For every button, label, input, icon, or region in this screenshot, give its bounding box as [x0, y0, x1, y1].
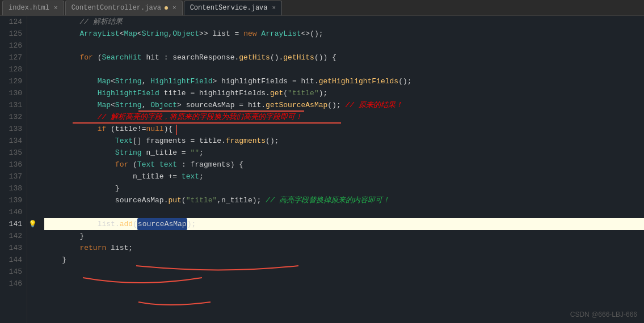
indent-135 — [44, 147, 115, 159]
icon-130 — [27, 87, 37, 99]
tab-index-close[interactable]: × — [54, 5, 58, 11]
kw-new: new — [243, 28, 256, 40]
tab-controller-close[interactable]: × — [172, 5, 176, 11]
icon-136 — [27, 159, 37, 171]
type-str2: String — [115, 75, 142, 87]
space-139 — [261, 194, 266, 206]
code-line-124: // 解析结果 — [44, 16, 644, 28]
indent-138 — [44, 182, 115, 194]
method-gethits2: getHits — [283, 52, 314, 63]
linenum-130: 130 — [0, 87, 27, 99]
icon-134 — [27, 135, 37, 147]
tab-service[interactable]: ContentService.java × — [184, 1, 282, 15]
icon-127 — [27, 52, 37, 63]
method-get: get — [270, 87, 283, 99]
tab-controller[interactable]: ContentController.java × — [65, 1, 183, 15]
tab-controller-label: ContentController.java — [71, 4, 161, 12]
icon-145 — [27, 266, 37, 278]
type-obj2: Object — [150, 99, 177, 111]
icon-138 — [27, 182, 37, 194]
code-line-141: list.add(sourceAsMap); — [44, 218, 644, 230]
tab-service-label: ContentService.java — [190, 4, 268, 12]
code-content[interactable]: // 解析结果 ArrayList<Map<String,Object>> li… — [37, 16, 644, 323]
indent-130 — [44, 87, 98, 99]
linenum-138: 138 — [0, 182, 27, 194]
code-line-127: for (SearchHit hit : searchResponse.getH… — [44, 52, 644, 63]
linenum-141: 141 — [0, 218, 27, 230]
code-line-129: Map<String, HighlightField> highlightFie… — [44, 75, 644, 87]
space-131 — [341, 99, 346, 111]
linenum-140: 140 — [0, 206, 27, 218]
indent-142 — [44, 230, 79, 242]
indent-136 — [44, 159, 115, 171]
line-numbers: 124 125 126 127 128 129 130 131 132 133 … — [0, 16, 27, 323]
type-map2: Map — [98, 75, 111, 87]
indent-129 — [44, 75, 98, 87]
icon-126 — [27, 40, 37, 52]
code-line-142: } — [44, 230, 644, 242]
icon-146 — [27, 278, 37, 290]
type-searchhit: SearchHit — [102, 52, 141, 63]
code-line-139: sourceAsMap.put("title",n_title); // 高亮字… — [44, 194, 644, 206]
code-line-144: } — [44, 254, 644, 266]
icon-137 — [27, 171, 37, 182]
type-hf2: HighlightField — [98, 87, 159, 99]
code-line-146 — [44, 278, 644, 290]
icon-139 — [27, 194, 37, 206]
indent-139 — [44, 194, 115, 206]
linenum-129: 129 — [0, 75, 27, 87]
kw-return: return — [79, 242, 106, 254]
icon-132 — [27, 111, 37, 123]
tab-index[interactable]: index.html × — [2, 1, 64, 15]
tab-service-close[interactable]: × — [272, 5, 276, 11]
code-line-136: for (Text text : fragments) { — [44, 159, 644, 171]
str-title2: "title" — [186, 194, 217, 206]
code-line-140 — [44, 206, 644, 218]
type-string1: String — [142, 28, 169, 40]
code-line-137: n_title += text; — [44, 171, 644, 182]
type-map: Map — [124, 28, 137, 40]
code-line-145 — [44, 266, 644, 278]
icon-131 — [27, 99, 37, 111]
method-fragments: fragments — [226, 135, 266, 147]
indent-125 — [44, 28, 79, 40]
icon-141-lightbulb[interactable]: 💡 — [27, 218, 37, 230]
linenum-145: 145 — [0, 266, 27, 278]
icon-140 — [27, 206, 37, 218]
icon-gutter: 💡 — [27, 16, 37, 323]
type-arraylist2: ArrayList — [261, 28, 301, 40]
linenum-131: 131 — [0, 99, 27, 111]
type-text2: Text — [137, 159, 155, 171]
linenum-146: 146 — [0, 278, 27, 290]
type-hf: HighlightField — [150, 75, 212, 87]
code-line-128 — [44, 63, 644, 75]
str-title: "title" — [288, 87, 319, 99]
linenum-137: 137 — [0, 171, 27, 182]
comment-red-132: // 解析高亮的字段，将原来的字段换为我们高亮的字段即可！ — [98, 111, 302, 123]
method-put: put — [168, 194, 181, 206]
comment-124: // 解析结果 — [79, 16, 122, 28]
kw-for: for — [79, 52, 92, 63]
linenum-132: 132 — [0, 111, 27, 123]
code-line-134: Text[] fragments = title.fragments(); — [44, 135, 644, 147]
code-line-131: Map<String, Object> sourceAsMap = hit.ge… — [44, 99, 644, 111]
kw-text: text — [159, 159, 177, 171]
icon-142 — [27, 230, 37, 242]
tab-index-label: index.html — [9, 4, 49, 12]
kw-for2: for — [115, 159, 128, 171]
type-obj: Object — [172, 28, 199, 40]
indent-132 — [44, 111, 98, 123]
code-line-133: if (title!=null){ — [44, 123, 644, 135]
icon-124 — [27, 16, 37, 28]
icon-128 — [27, 63, 37, 75]
code-line-125: ArrayList<Map<String,Object>> list = new… — [44, 28, 644, 40]
indent-127 — [44, 52, 79, 63]
icon-135 — [27, 147, 37, 159]
indent-143 — [44, 242, 79, 254]
linenum-127: 127 — [0, 52, 27, 63]
selected-sourceAsMap: sourceAsMap — [137, 218, 187, 230]
icon-144 — [27, 254, 37, 266]
code-area: 124 125 126 127 128 129 130 131 132 133 … — [0, 16, 644, 323]
icon-143 — [27, 242, 37, 254]
indent-144 — [44, 254, 62, 266]
